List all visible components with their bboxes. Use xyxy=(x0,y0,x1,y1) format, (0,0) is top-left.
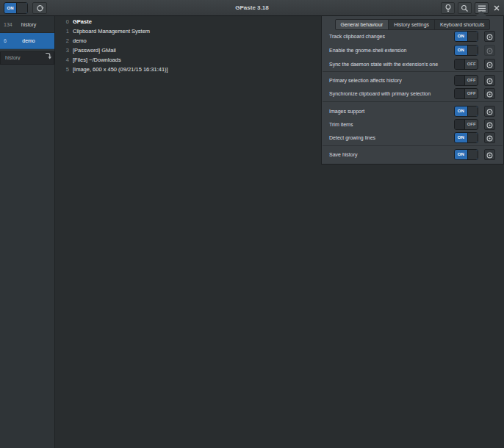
setting-row: Track clipboard changes ON xyxy=(322,31,503,42)
item-text: [Files] ~/Downloads xyxy=(73,57,121,63)
reset-button xyxy=(484,45,495,56)
tab-history-settings[interactable]: History settings xyxy=(388,19,435,30)
item-index: 2 xyxy=(65,37,69,44)
separator xyxy=(323,71,503,72)
reset-icon xyxy=(486,87,493,101)
switch-knob xyxy=(455,120,465,129)
lightbulb-icon xyxy=(444,4,452,12)
item-index: 1 xyxy=(65,28,69,35)
reset-icon xyxy=(486,44,493,57)
setting-row: Save history ON xyxy=(322,149,503,160)
setting-switch[interactable]: OFF xyxy=(454,59,478,70)
clipboard-item[interactable]: 1 Clipboard Management System xyxy=(56,26,306,36)
setting-label: Enable the gnome-shell extension xyxy=(329,45,406,56)
reset-button[interactable] xyxy=(484,75,495,86)
clipboard-item[interactable]: 4 [Files] ~/Downloads xyxy=(56,55,306,65)
reset-icon xyxy=(486,58,493,71)
item-text: [Image, 600 x 450 (09/21/15 16:31:41)] xyxy=(73,66,168,73)
setting-switch[interactable]: OFF xyxy=(454,75,478,86)
reset-button[interactable] xyxy=(484,149,495,160)
close-icon xyxy=(494,5,500,11)
reset-icon xyxy=(486,148,493,162)
settings-popover: General behaviour History settings Keybo… xyxy=(321,16,504,165)
separator xyxy=(323,145,503,146)
reset-button[interactable] xyxy=(484,59,495,70)
item-index: 4 xyxy=(65,57,69,63)
item-text: [Password] GMail xyxy=(73,47,116,54)
history-item-name: history xyxy=(13,22,54,27)
switch-state: ON xyxy=(455,150,467,159)
close-button[interactable] xyxy=(491,2,502,14)
setting-switch[interactable]: OFF xyxy=(454,88,478,99)
setting-row: Primary selection affects history OFF xyxy=(322,75,503,86)
window-title: GPaste 3.18 xyxy=(0,0,504,16)
clipboard-item[interactable]: 0 GPaste xyxy=(56,17,306,26)
setting-switch[interactable]: ON xyxy=(454,149,478,160)
clipboard-item-list: 0 GPaste 1 Clipboard Management System 2… xyxy=(56,17,306,74)
setting-label: Images support xyxy=(329,106,364,117)
reset-icon xyxy=(486,30,493,43)
setting-row: Detect growing lines ON xyxy=(322,132,503,143)
reset-icon xyxy=(486,74,493,87)
setting-switch[interactable]: ON xyxy=(454,132,478,143)
reset-icon xyxy=(486,105,493,118)
switch-state: ON xyxy=(455,106,467,116)
clipboard-item[interactable]: 3 [Password] GMail xyxy=(56,46,306,55)
clipboard-item[interactable]: 2 demo xyxy=(56,36,306,46)
switch-knob xyxy=(467,150,478,159)
history-sidebar: 134 history 6 demo xyxy=(0,16,55,448)
setting-switch[interactable]: ON xyxy=(454,31,478,42)
history-list-item-selected[interactable]: 6 demo xyxy=(0,33,54,49)
reset-icon xyxy=(486,131,493,145)
setting-label: Synchronize clipboard with primary selec… xyxy=(329,88,431,99)
search-icon xyxy=(461,4,469,12)
switch-state: OFF xyxy=(465,59,478,69)
reset-button[interactable] xyxy=(484,119,495,130)
item-text: GPaste xyxy=(73,18,92,25)
switch-state: ON xyxy=(455,32,467,41)
about-button[interactable] xyxy=(441,2,455,14)
setting-switch[interactable]: ON xyxy=(454,106,478,117)
history-input-row xyxy=(0,49,54,62)
reset-button[interactable] xyxy=(484,88,495,99)
switch-knob xyxy=(467,106,478,116)
history-item-count: 134 xyxy=(0,22,13,27)
switch-knob xyxy=(455,59,465,69)
search-button[interactable] xyxy=(458,2,472,14)
switch-history-button[interactable] xyxy=(43,51,53,60)
separator xyxy=(323,101,503,102)
reset-button[interactable] xyxy=(484,31,495,42)
reset-button[interactable] xyxy=(484,132,495,143)
switch-knob xyxy=(467,46,478,55)
history-item-name: demo xyxy=(13,38,54,43)
reset-button[interactable] xyxy=(484,106,495,117)
setting-row: Trim items OFF xyxy=(322,119,503,130)
item-index: 3 xyxy=(65,47,69,54)
switch-knob xyxy=(467,133,478,142)
switch-state: OFF xyxy=(465,120,478,129)
setting-label: Sync the daemon state with the extension… xyxy=(329,59,438,70)
item-text: demo xyxy=(73,37,87,44)
settings-tabs: General behaviour History settings Keybo… xyxy=(322,19,503,30)
setting-row: Synchronize clipboard with primary selec… xyxy=(322,88,503,99)
tab-general-behaviour[interactable]: General behaviour xyxy=(335,19,389,30)
tab-keyboard-shortcuts[interactable]: Keyboard shortcuts xyxy=(434,19,490,30)
setting-label: Trim items xyxy=(329,119,353,130)
switch-state: ON xyxy=(455,133,467,142)
setting-label: Detect growing lines xyxy=(329,132,375,143)
setting-label: Save history xyxy=(329,149,358,160)
switch-knob xyxy=(455,89,465,98)
setting-label: Track clipboard changes xyxy=(329,31,385,42)
history-list-item[interactable]: 134 history xyxy=(0,16,54,33)
switch-state: OFF xyxy=(465,89,478,98)
item-index: 0 xyxy=(65,18,69,25)
clipboard-item[interactable]: 5 [Image, 600 x 450 (09/21/15 16:31:41)] xyxy=(56,65,306,74)
setting-row: Sync the daemon state with the extension… xyxy=(322,59,503,70)
history-item-count: 6 xyxy=(0,38,13,43)
setting-row: Enable the gnome-shell extension ON xyxy=(322,45,503,56)
setting-row: Images support ON xyxy=(322,106,503,117)
setting-switch[interactable]: OFF xyxy=(454,119,478,130)
switch-knob xyxy=(467,32,478,41)
popover-arrow xyxy=(476,11,486,16)
setting-switch[interactable]: ON xyxy=(454,45,478,56)
